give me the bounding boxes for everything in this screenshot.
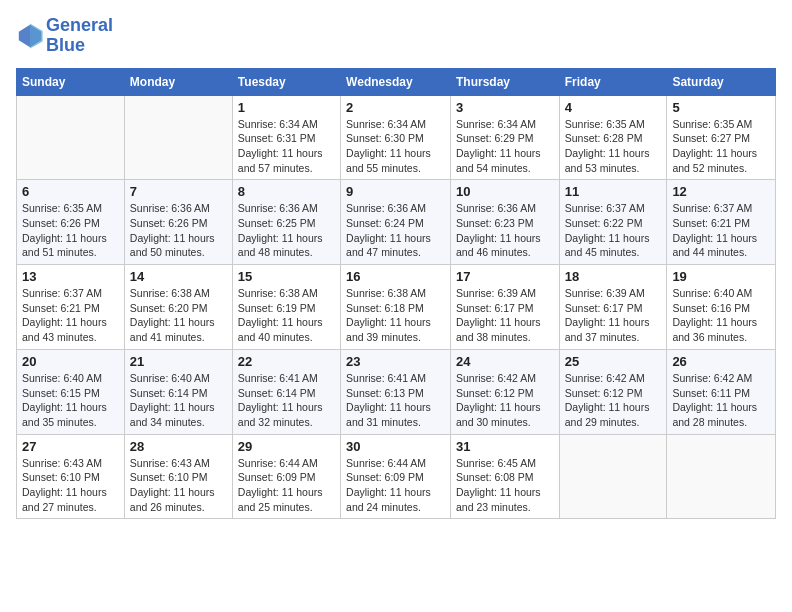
day-info: Sunrise: 6:37 AM Sunset: 6:21 PM Dayligh… xyxy=(672,201,770,260)
day-number: 8 xyxy=(238,184,335,199)
calendar-cell: 14Sunrise: 6:38 AM Sunset: 6:20 PM Dayli… xyxy=(124,265,232,350)
svg-marker-1 xyxy=(30,23,43,48)
page-header: GeneralBlue xyxy=(16,16,776,56)
day-info: Sunrise: 6:39 AM Sunset: 6:17 PM Dayligh… xyxy=(565,286,662,345)
day-info: Sunrise: 6:43 AM Sunset: 6:10 PM Dayligh… xyxy=(22,456,119,515)
calendar-cell xyxy=(667,434,776,519)
day-number: 27 xyxy=(22,439,119,454)
day-number: 1 xyxy=(238,100,335,115)
day-number: 31 xyxy=(456,439,554,454)
day-info: Sunrise: 6:42 AM Sunset: 6:12 PM Dayligh… xyxy=(456,371,554,430)
day-info: Sunrise: 6:39 AM Sunset: 6:17 PM Dayligh… xyxy=(456,286,554,345)
day-number: 30 xyxy=(346,439,445,454)
weekday-header-monday: Monday xyxy=(124,68,232,95)
calendar-cell: 22Sunrise: 6:41 AM Sunset: 6:14 PM Dayli… xyxy=(232,349,340,434)
calendar-cell: 30Sunrise: 6:44 AM Sunset: 6:09 PM Dayli… xyxy=(341,434,451,519)
calendar-cell: 29Sunrise: 6:44 AM Sunset: 6:09 PM Dayli… xyxy=(232,434,340,519)
day-number: 19 xyxy=(672,269,770,284)
calendar-cell xyxy=(559,434,667,519)
day-number: 13 xyxy=(22,269,119,284)
calendar-cell: 28Sunrise: 6:43 AM Sunset: 6:10 PM Dayli… xyxy=(124,434,232,519)
calendar-cell: 4Sunrise: 6:35 AM Sunset: 6:28 PM Daylig… xyxy=(559,95,667,180)
day-number: 29 xyxy=(238,439,335,454)
calendar-cell: 21Sunrise: 6:40 AM Sunset: 6:14 PM Dayli… xyxy=(124,349,232,434)
day-number: 5 xyxy=(672,100,770,115)
day-info: Sunrise: 6:36 AM Sunset: 6:23 PM Dayligh… xyxy=(456,201,554,260)
calendar-cell: 11Sunrise: 6:37 AM Sunset: 6:22 PM Dayli… xyxy=(559,180,667,265)
weekday-header-friday: Friday xyxy=(559,68,667,95)
calendar-cell: 19Sunrise: 6:40 AM Sunset: 6:16 PM Dayli… xyxy=(667,265,776,350)
day-number: 14 xyxy=(130,269,227,284)
day-info: Sunrise: 6:45 AM Sunset: 6:08 PM Dayligh… xyxy=(456,456,554,515)
calendar-week-4: 20Sunrise: 6:40 AM Sunset: 6:15 PM Dayli… xyxy=(17,349,776,434)
calendar-cell: 27Sunrise: 6:43 AM Sunset: 6:10 PM Dayli… xyxy=(17,434,125,519)
weekday-header-wednesday: Wednesday xyxy=(341,68,451,95)
day-info: Sunrise: 6:36 AM Sunset: 6:26 PM Dayligh… xyxy=(130,201,227,260)
calendar-cell: 1Sunrise: 6:34 AM Sunset: 6:31 PM Daylig… xyxy=(232,95,340,180)
day-info: Sunrise: 6:40 AM Sunset: 6:16 PM Dayligh… xyxy=(672,286,770,345)
day-info: Sunrise: 6:34 AM Sunset: 6:31 PM Dayligh… xyxy=(238,117,335,176)
day-info: Sunrise: 6:40 AM Sunset: 6:14 PM Dayligh… xyxy=(130,371,227,430)
day-info: Sunrise: 6:35 AM Sunset: 6:28 PM Dayligh… xyxy=(565,117,662,176)
day-number: 6 xyxy=(22,184,119,199)
day-info: Sunrise: 6:42 AM Sunset: 6:11 PM Dayligh… xyxy=(672,371,770,430)
day-number: 11 xyxy=(565,184,662,199)
calendar-cell: 10Sunrise: 6:36 AM Sunset: 6:23 PM Dayli… xyxy=(450,180,559,265)
day-info: Sunrise: 6:41 AM Sunset: 6:13 PM Dayligh… xyxy=(346,371,445,430)
calendar-cell xyxy=(124,95,232,180)
day-info: Sunrise: 6:44 AM Sunset: 6:09 PM Dayligh… xyxy=(238,456,335,515)
calendar-cell: 13Sunrise: 6:37 AM Sunset: 6:21 PM Dayli… xyxy=(17,265,125,350)
day-number: 24 xyxy=(456,354,554,369)
calendar-table: SundayMondayTuesdayWednesdayThursdayFrid… xyxy=(16,68,776,520)
calendar-cell: 25Sunrise: 6:42 AM Sunset: 6:12 PM Dayli… xyxy=(559,349,667,434)
logo: GeneralBlue xyxy=(16,16,113,56)
day-info: Sunrise: 6:37 AM Sunset: 6:22 PM Dayligh… xyxy=(565,201,662,260)
day-info: Sunrise: 6:41 AM Sunset: 6:14 PM Dayligh… xyxy=(238,371,335,430)
calendar-cell: 16Sunrise: 6:38 AM Sunset: 6:18 PM Dayli… xyxy=(341,265,451,350)
calendar-cell: 7Sunrise: 6:36 AM Sunset: 6:26 PM Daylig… xyxy=(124,180,232,265)
calendar-week-2: 6Sunrise: 6:35 AM Sunset: 6:26 PM Daylig… xyxy=(17,180,776,265)
day-number: 10 xyxy=(456,184,554,199)
calendar-cell: 26Sunrise: 6:42 AM Sunset: 6:11 PM Dayli… xyxy=(667,349,776,434)
calendar-cell: 20Sunrise: 6:40 AM Sunset: 6:15 PM Dayli… xyxy=(17,349,125,434)
calendar-cell xyxy=(17,95,125,180)
calendar-cell: 18Sunrise: 6:39 AM Sunset: 6:17 PM Dayli… xyxy=(559,265,667,350)
calendar-cell: 12Sunrise: 6:37 AM Sunset: 6:21 PM Dayli… xyxy=(667,180,776,265)
weekday-header-thursday: Thursday xyxy=(450,68,559,95)
calendar-cell: 23Sunrise: 6:41 AM Sunset: 6:13 PM Dayli… xyxy=(341,349,451,434)
day-info: Sunrise: 6:34 AM Sunset: 6:30 PM Dayligh… xyxy=(346,117,445,176)
day-number: 18 xyxy=(565,269,662,284)
day-number: 3 xyxy=(456,100,554,115)
weekday-header-sunday: Sunday xyxy=(17,68,125,95)
logo-blue: Blue xyxy=(46,36,113,56)
day-number: 2 xyxy=(346,100,445,115)
day-info: Sunrise: 6:38 AM Sunset: 6:20 PM Dayligh… xyxy=(130,286,227,345)
day-info: Sunrise: 6:37 AM Sunset: 6:21 PM Dayligh… xyxy=(22,286,119,345)
day-number: 16 xyxy=(346,269,445,284)
day-number: 23 xyxy=(346,354,445,369)
calendar-cell: 6Sunrise: 6:35 AM Sunset: 6:26 PM Daylig… xyxy=(17,180,125,265)
day-number: 12 xyxy=(672,184,770,199)
day-info: Sunrise: 6:35 AM Sunset: 6:27 PM Dayligh… xyxy=(672,117,770,176)
day-number: 15 xyxy=(238,269,335,284)
day-info: Sunrise: 6:44 AM Sunset: 6:09 PM Dayligh… xyxy=(346,456,445,515)
calendar-cell: 8Sunrise: 6:36 AM Sunset: 6:25 PM Daylig… xyxy=(232,180,340,265)
day-info: Sunrise: 6:38 AM Sunset: 6:19 PM Dayligh… xyxy=(238,286,335,345)
day-info: Sunrise: 6:34 AM Sunset: 6:29 PM Dayligh… xyxy=(456,117,554,176)
day-number: 25 xyxy=(565,354,662,369)
day-info: Sunrise: 6:43 AM Sunset: 6:10 PM Dayligh… xyxy=(130,456,227,515)
day-info: Sunrise: 6:40 AM Sunset: 6:15 PM Dayligh… xyxy=(22,371,119,430)
calendar-cell: 15Sunrise: 6:38 AM Sunset: 6:19 PM Dayli… xyxy=(232,265,340,350)
day-info: Sunrise: 6:36 AM Sunset: 6:24 PM Dayligh… xyxy=(346,201,445,260)
day-info: Sunrise: 6:35 AM Sunset: 6:26 PM Dayligh… xyxy=(22,201,119,260)
calendar-cell: 3Sunrise: 6:34 AM Sunset: 6:29 PM Daylig… xyxy=(450,95,559,180)
calendar-cell: 24Sunrise: 6:42 AM Sunset: 6:12 PM Dayli… xyxy=(450,349,559,434)
calendar-week-1: 1Sunrise: 6:34 AM Sunset: 6:31 PM Daylig… xyxy=(17,95,776,180)
calendar-cell: 2Sunrise: 6:34 AM Sunset: 6:30 PM Daylig… xyxy=(341,95,451,180)
calendar-week-3: 13Sunrise: 6:37 AM Sunset: 6:21 PM Dayli… xyxy=(17,265,776,350)
day-number: 26 xyxy=(672,354,770,369)
weekday-header-tuesday: Tuesday xyxy=(232,68,340,95)
day-number: 7 xyxy=(130,184,227,199)
day-number: 22 xyxy=(238,354,335,369)
calendar-cell: 5Sunrise: 6:35 AM Sunset: 6:27 PM Daylig… xyxy=(667,95,776,180)
